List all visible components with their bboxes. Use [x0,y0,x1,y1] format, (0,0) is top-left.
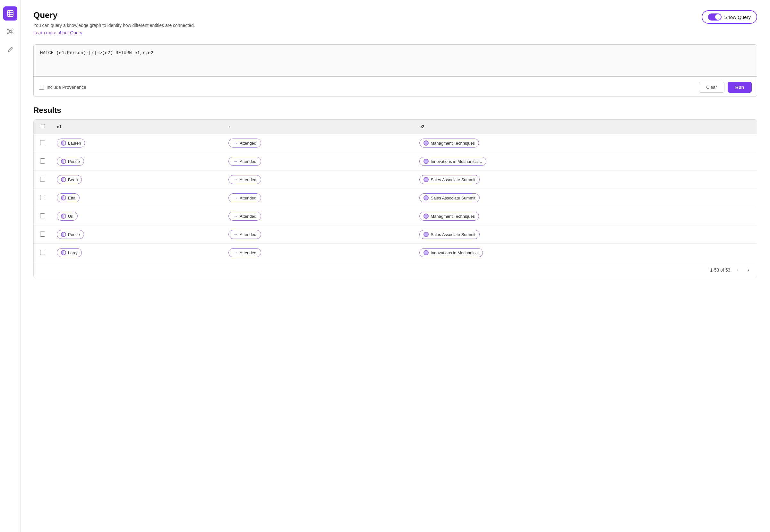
e2-label: Innovations in Mechanical [431,250,479,255]
r-chip[interactable]: → Attended [228,157,261,166]
cell-e1: Persie [52,152,223,171]
sidebar-edit-icon[interactable] [3,42,17,56]
query-input[interactable]: MATCH (e1:Person)-[r]->(e2) RETURN e1,r,… [34,45,757,77]
e2-label: Managment Techniques [431,141,475,146]
row-checkbox[interactable] [40,232,45,237]
clear-button[interactable]: Clear [699,82,724,93]
cell-e1: Persie [52,225,223,244]
row-checkbox[interactable] [40,140,45,145]
include-provenance-label[interactable]: Include Provenance [39,85,86,90]
select-all-header[interactable] [34,120,52,134]
cell-r: → Attended [223,244,414,262]
e2-chip[interactable]: Managment Techniques [419,212,479,221]
chip-icon [61,250,66,255]
e2-label: Sales Associate Summit [431,232,475,237]
r-label: Attended [240,250,256,255]
e2-label: Managment Techniques [431,214,475,219]
e2-chip[interactable]: Managment Techniques [419,139,479,148]
e1-label: Persie [68,159,80,164]
e1-chip[interactable]: Persie [57,230,84,239]
e1-chip[interactable]: Etta [57,193,80,202]
chip-icon [61,140,66,146]
col-e1-header: e1 [52,120,223,134]
cell-e2: Managment Techniques [414,134,757,152]
cell-e1: Lauren [52,134,223,152]
chip-icon-e2 [424,214,429,219]
r-chip[interactable]: → Attended [228,212,261,221]
svg-line-9 [9,30,10,31]
row-checkbox-cell[interactable] [34,225,52,244]
arrow-icon: → [233,250,238,255]
r-chip[interactable]: → Attended [228,193,261,202]
cell-e1: Larry [52,244,223,262]
results-table-wrapper: e1 r e2 Lauren → Attended Managment Tech… [33,119,757,278]
cell-e2: Sales Associate Summit [414,171,757,189]
arrow-icon: → [233,214,238,219]
page-title: Query [33,10,195,20]
r-label: Attended [240,141,256,146]
svg-line-10 [11,30,12,31]
row-checkbox-cell[interactable] [34,152,52,171]
table-footer: 1-53 of 53 ‹ › [34,262,757,278]
e1-chip[interactable]: Larry [57,248,82,257]
include-provenance-checkbox[interactable] [39,85,44,90]
r-chip[interactable]: → Attended [228,248,261,257]
query-buttons: Clear Run [699,82,752,93]
e2-label: Sales Associate Summit [431,196,475,200]
e2-chip[interactable]: Sales Associate Summit [419,175,479,184]
row-checkbox-cell[interactable] [34,189,52,207]
header-row: Query You can query a knowledge graph to… [33,10,757,40]
arrow-icon: → [233,159,238,164]
row-checkbox-cell[interactable] [34,134,52,152]
row-checkbox[interactable] [40,158,45,164]
cell-e2: Innovations in Mechanical... [414,152,757,171]
r-chip[interactable]: → Attended [228,175,261,184]
e2-chip[interactable]: Sales Associate Summit [419,230,479,239]
cell-r: → Attended [223,225,414,244]
select-all-checkbox[interactable] [41,124,45,128]
e1-chip[interactable]: Lauren [57,139,85,148]
row-checkbox[interactable] [40,213,45,218]
table-row: Beau → Attended Sales Associate Summit [34,171,757,189]
row-checkbox-cell[interactable] [34,207,52,225]
r-chip[interactable]: → Attended [228,230,261,239]
row-checkbox[interactable] [40,177,45,182]
next-page-button[interactable]: › [745,266,752,274]
e2-chip[interactable]: Innovations in Mechanical... [419,157,486,166]
sidebar-table-icon[interactable] [3,6,17,21]
svg-line-12 [11,32,12,33]
query-box: MATCH (e1:Person)-[r]->(e2) RETURN e1,r,… [33,44,757,97]
row-checkbox-cell[interactable] [34,244,52,262]
show-query-button[interactable]: Show Query [702,10,757,24]
svg-line-11 [9,32,10,33]
chip-icon-e2 [424,250,429,255]
e1-chip[interactable]: Beau [57,175,82,184]
table-row: Larry → Attended Innovations in Mechanic… [34,244,757,262]
col-r-header: r [223,120,414,134]
e2-label: Innovations in Mechanical... [431,159,482,164]
table-header-row: e1 r e2 [34,120,757,134]
e2-chip[interactable]: Sales Associate Summit [419,193,479,202]
run-button[interactable]: Run [728,82,752,93]
e2-chip[interactable]: Innovations in Mechanical [419,248,483,257]
chip-icon [61,232,66,237]
cell-e1: Beau [52,171,223,189]
r-chip[interactable]: → Attended [228,139,261,148]
cell-r: → Attended [223,152,414,171]
e1-chip[interactable]: Uri [57,212,78,221]
svg-point-7 [7,33,9,34]
show-query-toggle[interactable] [708,13,722,21]
chip-icon-e2 [424,140,429,146]
prev-page-button[interactable]: ‹ [734,266,741,274]
e1-chip[interactable]: Persie [57,157,84,166]
row-checkbox[interactable] [40,250,45,255]
learn-more-link[interactable]: Learn more about Query [33,30,82,35]
r-label: Attended [240,196,256,200]
cell-e2: Innovations in Mechanical [414,244,757,262]
chip-icon [61,159,66,164]
sidebar-graph-icon[interactable] [3,24,17,38]
row-checkbox[interactable] [40,195,45,200]
cell-e2: Sales Associate Summit [414,225,757,244]
cell-e1: Etta [52,189,223,207]
row-checkbox-cell[interactable] [34,171,52,189]
